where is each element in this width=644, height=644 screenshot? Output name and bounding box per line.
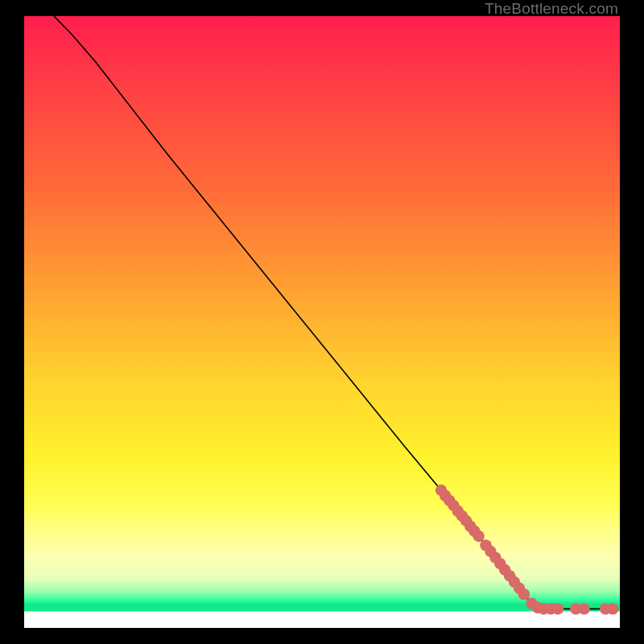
data-point [473,530,484,542]
data-point [607,603,618,614]
data-point [552,603,564,614]
data-point [578,603,589,614]
watermark-text: TheBottleneck.com [485,0,618,18]
bottleneck-curve [54,16,614,609]
data-point [518,588,530,600]
chart-frame: TheBottleneck.com [0,0,644,644]
marker-group [436,485,619,615]
chart-overlay [24,16,620,628]
plot-area [24,16,620,628]
